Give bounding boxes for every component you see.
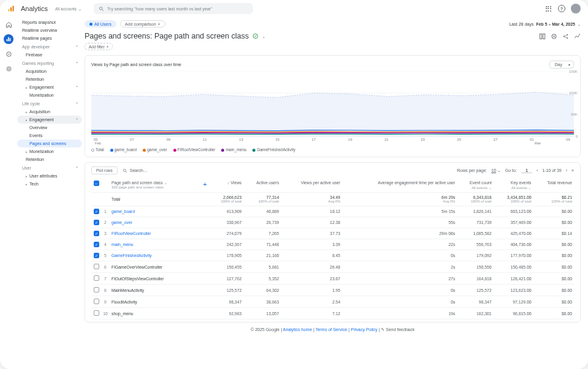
nav-section[interactable]: Life cycle⌃ — [17, 99, 82, 108]
insights-icon[interactable] — [574, 33, 581, 40]
nav-item[interactable]: Events — [17, 132, 82, 140]
rpp-select[interactable]: 10 ⌄ — [491, 168, 501, 173]
table-search[interactable]: Search… — [123, 168, 452, 173]
legend-item[interactable]: game_over — [143, 147, 167, 152]
nav-item[interactable]: User attributes — [17, 172, 82, 180]
search-box[interactable]: Try searching "how many users last month… — [94, 3, 253, 14]
nav-item[interactable]: Acquisition — [17, 67, 82, 75]
nav-item[interactable]: Retention — [17, 75, 82, 83]
nav-item[interactable]: Monetization — [17, 147, 82, 155]
svg-rect-6 — [8, 37, 9, 42]
nav-section[interactable]: User⌃ — [17, 163, 82, 172]
row-checkbox[interactable] — [94, 310, 99, 316]
share-icon[interactable] — [562, 33, 569, 40]
brand-name: Analytics — [21, 5, 48, 12]
nav-item[interactable]: Monetization — [17, 91, 82, 99]
table-row: ✓4main_menu242,36771,4483.3922s556,76340… — [91, 239, 574, 250]
title-more-icon[interactable]: ⌄ — [262, 34, 266, 39]
row-checkbox[interactable] — [94, 275, 99, 281]
row-name[interactable]: FIGameOverViewController — [110, 261, 195, 273]
nav-realtime-overview[interactable]: Realtime overview — [17, 26, 82, 34]
pager-range: 1-10 of 39 — [542, 168, 562, 173]
x-tick: 13 — [239, 138, 243, 141]
row-name[interactable]: main_menu — [110, 239, 195, 250]
nav-item[interactable]: Retention — [17, 155, 82, 163]
nav-item[interactable]: Engagement⌃ — [17, 116, 82, 124]
nav-section[interactable]: App developer⌃ — [17, 42, 82, 51]
save-icon[interactable] — [539, 33, 546, 40]
row-checkbox[interactable] — [94, 287, 99, 293]
legend-item[interactable]: main_menu — [221, 147, 246, 152]
send-feedback[interactable]: ✎ Send feedback — [381, 327, 415, 332]
select-all-checkbox[interactable]: − — [94, 181, 99, 186]
nav-item[interactable]: Acquisition — [17, 108, 82, 116]
history-icon[interactable] — [551, 33, 557, 40]
nav-item[interactable]: Pages and screens — [17, 140, 82, 147]
rail-home-icon[interactable] — [4, 20, 13, 29]
add-comparison[interactable]: Add comparison + — [120, 20, 165, 28]
svg-point-3 — [100, 7, 103, 10]
legend-item[interactable]: game_board — [110, 147, 137, 152]
footer-link[interactable]: Terms of Service — [315, 327, 347, 332]
y-tick: 0 — [576, 135, 578, 138]
nav-item[interactable]: Tech — [17, 180, 82, 188]
legend-item[interactable]: GameFinishedActivity — [252, 147, 295, 152]
account-picker[interactable]: All accounts⌄ — [55, 7, 81, 11]
row-name[interactable]: shop_menu — [110, 308, 195, 319]
svg-rect-1 — [10, 7, 12, 12]
footer-link[interactable]: Privacy Policy — [351, 327, 378, 332]
row-name[interactable]: GameFinishedActivity — [110, 250, 195, 261]
row-checkbox[interactable]: ✓ — [94, 231, 99, 236]
pager-next[interactable]: › — [566, 168, 567, 173]
legend-item[interactable]: Total — [91, 147, 104, 152]
row-checkbox[interactable] — [94, 264, 99, 269]
nav-item[interactable]: Firebase — [17, 51, 82, 59]
rail-explore-icon[interactable] — [4, 49, 13, 59]
table-card: Plot rows Search… Rows per page: 10 ⌄ Go… — [85, 162, 581, 322]
row-name[interactable]: FlooditActivity — [110, 296, 195, 308]
row-name[interactable]: FIRootViewController — [110, 228, 195, 239]
row-name[interactable]: FIOutOfStepsViewController — [110, 273, 195, 285]
rail-reports-icon[interactable] — [4, 34, 13, 44]
rpp-label: Rows per page: — [457, 168, 487, 173]
row-checkbox[interactable]: ✓ — [94, 220, 99, 225]
nav-realtime-pages[interactable]: Realtime pages — [17, 34, 82, 42]
pager-last[interactable]: » — [571, 168, 574, 173]
x-tick: 07 — [130, 138, 134, 141]
goto-input[interactable] — [521, 168, 532, 173]
add-dimension[interactable]: + — [195, 178, 209, 193]
granularity-picker[interactable]: Day — [549, 61, 574, 69]
plot-rows-button[interactable]: Plot rows — [91, 166, 118, 174]
search-icon — [99, 6, 104, 12]
help-icon[interactable]: ? — [557, 4, 566, 13]
row-name[interactable]: game_over — [110, 217, 195, 228]
nav-item[interactable]: Engagement⌃ — [17, 83, 82, 91]
customize-icon[interactable] — [252, 33, 258, 39]
chart-card: Views by Page path and screen class over… — [85, 55, 581, 157]
x-tick: 15 — [276, 138, 280, 141]
sidebar: Reports snapshotRealtime overviewRealtim… — [17, 17, 85, 369]
rail-ads-icon[interactable] — [4, 64, 13, 73]
svg-point-9 — [7, 67, 10, 70]
row-checkbox[interactable]: ✓ — [94, 242, 99, 247]
nav-section[interactable]: Games reporting⌃ — [17, 59, 82, 67]
nav-item[interactable]: Overview — [17, 124, 82, 132]
row-checkbox[interactable] — [94, 299, 99, 304]
legend-item[interactable]: FIRootViewController — [173, 147, 216, 152]
row-name[interactable]: game_board — [110, 206, 195, 217]
footer-link[interactable]: Analytics home — [283, 327, 312, 332]
x-tick: 01 — [530, 138, 534, 141]
row-checkbox[interactable]: ✓ — [94, 253, 99, 258]
apps-icon[interactable] — [544, 4, 552, 13]
nav-reports-snapshot[interactable]: Reports snapshot — [17, 18, 82, 26]
table-row: ✓5GameFinishedActivity178,90521,1608.450… — [91, 250, 574, 261]
x-tick: 11 — [203, 138, 207, 141]
date-range-picker[interactable]: Last 28 days Feb 5 – Mar 4, 2025 ⌄ — [509, 22, 581, 26]
row-checkbox[interactable]: ✓ — [94, 209, 99, 214]
audience-chip-all[interactable]: All Users — [85, 20, 116, 28]
row-name[interactable]: MainMenuActivity — [110, 285, 195, 296]
x-tick: 23 — [421, 138, 425, 141]
pager-prev[interactable]: ‹ — [537, 168, 538, 173]
avatar[interactable] — [571, 4, 581, 13]
add-filter[interactable]: Add filter + — [85, 43, 113, 50]
